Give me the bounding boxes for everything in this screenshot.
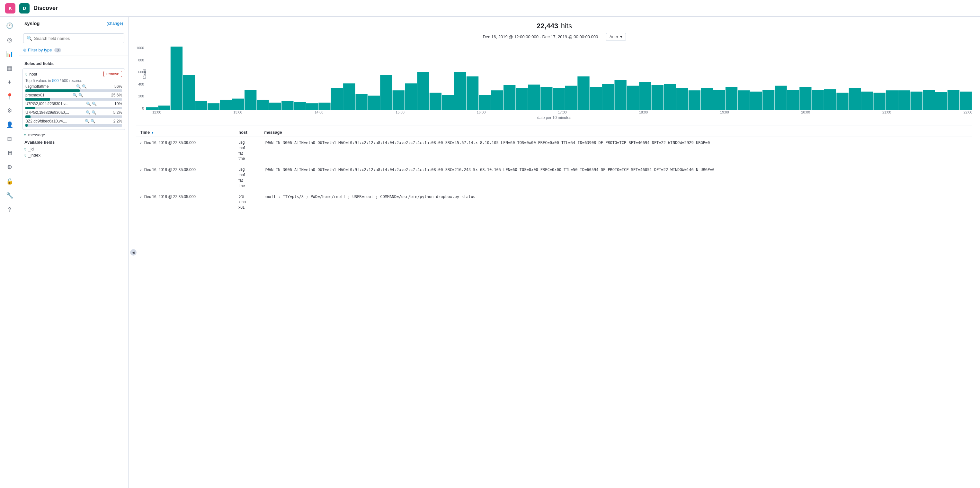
host-col-header: host (235, 128, 260, 137)
magnify-minus-icon[interactable]: 🔍 (82, 84, 87, 89)
filter-badge: 0 (54, 48, 61, 53)
sort-icon[interactable]: ▼ (151, 131, 154, 134)
y-tick-400: 400 (138, 82, 144, 86)
value-icons[interactable]: 🔍 🔍 (73, 93, 83, 97)
available-field-item: t_index (19, 152, 128, 158)
filter-by-type-button[interactable]: ⊜ Filter by type (23, 48, 52, 53)
histogram-bar (578, 77, 590, 110)
magnify-minus-icon[interactable]: 🔍 (78, 93, 83, 97)
histogram-bar (245, 90, 257, 110)
search-input[interactable] (34, 36, 121, 41)
x-tick: 13:00 (233, 110, 242, 114)
remove-host-button[interactable]: remove (103, 71, 122, 77)
topbar: K D Discover (0, 0, 980, 17)
value-icons[interactable]: 🔍 🔍 (85, 119, 95, 123)
expand-button[interactable]: › (140, 194, 142, 199)
magnify-minus-icon[interactable]: 🔍 (92, 110, 96, 115)
histogram-bar (430, 92, 441, 110)
nav-maps-icon[interactable]: 📍 (3, 90, 16, 103)
magnify-plus-icon[interactable]: 🔍 (86, 110, 91, 115)
histogram-bar (590, 87, 602, 110)
magnify-plus-icon[interactable]: 🔍 (86, 102, 91, 106)
value-name: U7PG2,f09fc2238301,v... (25, 102, 68, 106)
avail-field-type: t (24, 153, 26, 157)
x-tick: 17:00 (558, 110, 567, 114)
histogram-bar (861, 92, 873, 110)
message-cell: rmoff : TTY=pts/8 ; PWD=/home/rmoff ; US… (260, 191, 972, 213)
histogram-bar (664, 84, 676, 110)
histogram-bar (368, 96, 380, 110)
nav-stack-icon[interactable]: ⊟ (3, 132, 16, 145)
histogram-bar (960, 92, 972, 110)
histogram-bar (417, 72, 429, 110)
expand-button[interactable]: › (140, 140, 142, 145)
value-pct: 25.6% (111, 93, 122, 97)
value-icons[interactable]: 🔍 🔍 (86, 110, 96, 115)
histogram-bar (565, 86, 577, 110)
nav-dashboard-icon[interactable]: ▦ (3, 62, 16, 75)
magnify-plus-icon[interactable]: 🔍 (76, 84, 81, 89)
change-link[interactable]: (change) (107, 21, 123, 26)
histogram-bar (787, 90, 799, 110)
chart-container: 1000 800 600 400 200 0 12:0013:0014:0015… (136, 46, 972, 120)
histogram-bar (873, 92, 886, 110)
histogram-bar (689, 90, 700, 110)
time-cell: ›Dec 16, 2019 @ 22:35:39.000 (136, 137, 235, 164)
histogram-bar (232, 99, 244, 110)
x-tick: 19:00 (720, 110, 729, 114)
auto-select-dropdown[interactable]: Auto ▾ (606, 33, 626, 41)
available-field-item: t_id (19, 146, 128, 152)
histogram-bar (652, 85, 663, 110)
histogram-bar (541, 87, 553, 110)
magnify-plus-icon[interactable]: 🔍 (85, 119, 90, 123)
value-row: U7PG2,18e829e930a0,... 🔍 🔍 5.2% (25, 110, 122, 118)
nav-lock-icon[interactable]: 🔒 (3, 175, 16, 188)
bar-fill (25, 124, 28, 127)
search-field-box[interactable]: 🔍 (23, 33, 124, 43)
x-tick: 22:00 (963, 110, 972, 114)
bar-fill (25, 115, 30, 118)
nav-gear-icon[interactable]: ⚙ (3, 161, 16, 174)
index-name: syslog (24, 21, 40, 26)
nav-help-icon[interactable]: ? (3, 203, 16, 216)
value-row: usgmoffattme 🔍 🔍 56% (25, 84, 122, 92)
histogram-bar (812, 90, 824, 110)
body: 🕐 ◎ 📊 ▦ ✦ 📍 ⚙ 👤 ⊟ 🖥 ⚙ 🔒 🔧 ? syslog (chan… (0, 17, 980, 488)
available-fields-list: t_idt_index (19, 146, 128, 158)
filter-row: ⊜ Filter by type 0 (19, 46, 128, 56)
histogram-bar (725, 87, 737, 110)
magnify-minus-icon[interactable]: 🔍 (91, 119, 95, 123)
page-title: Discover (33, 5, 58, 11)
nav-monitor-icon[interactable]: 🖥 (3, 147, 16, 159)
histogram-bar (442, 95, 454, 110)
magnify-minus-icon[interactable]: 🔍 (92, 102, 97, 106)
histogram-bar (750, 92, 762, 110)
histogram-bar (491, 90, 503, 110)
top5-link[interactable]: 500 (52, 78, 59, 83)
bar-fill (25, 107, 35, 109)
histogram-bar (306, 103, 318, 110)
nav-ml-icon[interactable]: ⚙ (3, 104, 16, 117)
nav-dev-tools-icon[interactable]: 🔧 (3, 189, 16, 202)
message-field-name: message (28, 132, 45, 137)
selected-fields-label: Selected fields (19, 59, 128, 67)
nav-visualize-icon[interactable]: 📊 (3, 48, 16, 61)
magnify-plus-icon[interactable]: 🔍 (73, 93, 78, 97)
x-axis-label: date per 10 minutes (136, 115, 972, 120)
avail-field-name: _id (28, 147, 34, 152)
histogram-bar (898, 90, 910, 110)
bar-bg (25, 124, 122, 127)
nav-clock-icon[interactable]: 🕐 (3, 19, 16, 32)
nav-canvas-icon[interactable]: ✦ (3, 76, 16, 89)
histogram-bar (504, 85, 516, 110)
value-icons[interactable]: 🔍 🔍 (86, 102, 97, 106)
histogram-bar (454, 72, 466, 110)
expand-button[interactable]: › (140, 167, 142, 172)
nav-discover-icon[interactable]: ◎ (3, 33, 16, 46)
bar-bg (25, 98, 122, 100)
histogram-bar (528, 85, 540, 110)
bar-bg (25, 107, 122, 109)
field-row: t host remove (25, 71, 122, 77)
nav-user-icon[interactable]: 👤 (3, 118, 16, 131)
value-icons[interactable]: 🔍 🔍 (76, 84, 87, 89)
